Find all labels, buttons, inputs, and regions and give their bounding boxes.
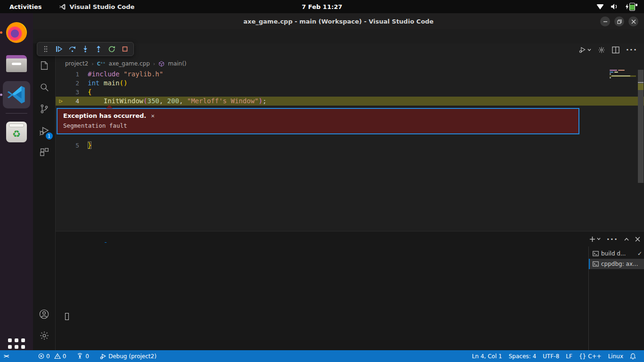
more-icon[interactable]: ··· — [607, 235, 618, 244]
errors-icon — [38, 353, 44, 359]
gnome-top-bar: Activities Visual Studio Code 7 Feb 11:2… — [0, 0, 644, 13]
focused-app-indicator[interactable]: Visual Studio Code — [59, 3, 135, 10]
minimap[interactable] — [610, 70, 636, 80]
panel-tab[interactable] — [118, 236, 120, 243]
activities-button[interactable]: Activities — [9, 3, 42, 10]
panel-tab[interactable] — [91, 236, 93, 243]
step-out-button[interactable] — [93, 43, 104, 55]
terminal-list-item[interactable]: cppdbg: ax... — [589, 259, 644, 269]
menu-item[interactable] — [95, 34, 104, 38]
menu-item[interactable] — [36, 34, 44, 38]
breadcrumb[interactable]: project2 › C⁺⁺ axe_game.cpp › main() — [56, 58, 644, 70]
new-terminal-icon[interactable] — [589, 236, 601, 242]
remote-indicator[interactable]: >< — [4, 353, 8, 359]
code-lines-top: 1 #include "raylib.h" 2 int main() 3 { — [56, 70, 644, 106]
panel-tabs — [65, 236, 120, 243]
maximize-panel-icon[interactable] — [624, 238, 629, 241]
code-line[interactable]: 2 int main() — [56, 79, 644, 88]
gutter-debug-arrow[interactable] — [56, 70, 66, 79]
notifications-bell[interactable] — [627, 353, 639, 360]
exception-pointer — [106, 105, 113, 108]
volume-icon[interactable] — [611, 3, 619, 10]
bell-icon — [630, 353, 636, 360]
braces-icon: {} — [579, 353, 586, 360]
code-text: { — [88, 88, 91, 97]
dock-trash[interactable]: ♻ — [3, 118, 30, 146]
step-over-button[interactable] — [66, 43, 78, 55]
search-icon[interactable] — [33, 76, 56, 98]
editor-actions: ··· — [578, 45, 637, 54]
restore-button[interactable] — [614, 16, 624, 26]
code-editor[interactable]: 1 #include "raylib.h" 2 int main() 3 { — [56, 70, 644, 231]
more-actions-icon[interactable]: ··· — [626, 45, 637, 54]
close-exception-icon[interactable]: × — [151, 112, 155, 119]
code-line[interactable]: 4 InitWindow(350, 200, "Merloff's Window… — [56, 97, 644, 106]
radio-tower-icon — [76, 353, 83, 359]
restart-button[interactable] — [106, 43, 117, 55]
editor-region: ··· project2 › C⁺⁺ axe_game.cpp › main()… — [56, 43, 644, 350]
panel-tab[interactable] — [105, 236, 107, 243]
breadcrumb-file[interactable]: axe_game.cpp — [109, 60, 150, 67]
ports-status[interactable]: 0 — [73, 353, 92, 360]
code-text: int main() — [88, 79, 127, 88]
wifi-icon[interactable] — [596, 4, 604, 9]
menu-item[interactable] — [44, 34, 53, 38]
gutter-debug-arrow[interactable] — [56, 88, 66, 97]
dock-firefox[interactable] — [3, 19, 30, 46]
launch-config-gear-icon[interactable] — [598, 46, 605, 54]
code-line[interactable]: 5 } — [56, 141, 644, 150]
bottom-panel: ··· — [56, 231, 644, 350]
titlebar[interactable]: axe_game.cpp - main (Workspace) - Visual… — [33, 13, 644, 29]
close-panel-icon[interactable] — [635, 237, 640, 242]
os-indicator[interactable]: Linux — [605, 353, 627, 360]
dock-vscode[interactable] — [3, 81, 30, 108]
editor-scrollbar[interactable] — [637, 70, 644, 231]
indentation[interactable]: Spaces: 4 — [505, 353, 539, 360]
minimize-button[interactable] — [600, 16, 610, 26]
cursor-position[interactable]: Ln 4, Col 1 — [469, 353, 505, 360]
breadcrumb-symbol[interactable]: main() — [168, 60, 186, 67]
gutter-debug-arrow[interactable] — [56, 97, 66, 106]
gutter-debug-arrow[interactable] — [56, 79, 66, 88]
menu-item[interactable] — [53, 34, 61, 38]
menubar — [33, 29, 644, 43]
explorer-icon[interactable] — [33, 55, 56, 76]
code-line[interactable]: 3 { — [56, 88, 644, 97]
debug-run-icon[interactable] — [578, 46, 591, 54]
drag-grip-icon[interactable] — [40, 43, 51, 55]
problems-status[interactable]: 0 0 — [35, 353, 69, 360]
plug-icon — [625, 4, 629, 9]
panel-tab[interactable] — [65, 236, 67, 243]
source-control-icon[interactable] — [33, 98, 56, 120]
menu-item[interactable] — [78, 34, 87, 38]
panel-actions: ··· — [589, 235, 640, 244]
encoding[interactable]: UTF-8 — [539, 353, 562, 360]
clock[interactable]: 7 Feb 11:27 — [302, 3, 342, 10]
menu-item[interactable] — [70, 34, 78, 38]
continue-button[interactable] — [53, 43, 65, 55]
eol-sequence[interactable]: LF — [562, 353, 576, 360]
account-icon[interactable] — [33, 303, 56, 325]
step-into-button[interactable] — [80, 43, 91, 55]
language-mode[interactable]: {} C++ — [576, 353, 605, 360]
debug-toolbar[interactable] — [37, 42, 134, 56]
code-line[interactable]: 1 #include "raylib.h" — [56, 70, 644, 79]
close-button[interactable] — [628, 16, 638, 26]
terminal-list-item[interactable]: build d... ✓ — [589, 248, 644, 259]
menu-item[interactable] — [61, 34, 70, 38]
settings-gear-icon[interactable] — [33, 325, 56, 346]
panel-tab[interactable] — [78, 236, 80, 243]
line-number: 4 — [66, 97, 79, 106]
run-debug-icon[interactable]: 1 — [33, 120, 56, 141]
split-editor-icon[interactable] — [612, 46, 619, 54]
line-number: 1 — [66, 70, 79, 79]
menu-item[interactable] — [87, 34, 95, 38]
extensions-icon[interactable] — [33, 141, 56, 163]
dock-files[interactable] — [3, 50, 30, 77]
stop-button[interactable] — [119, 43, 131, 55]
breadcrumb-folder[interactable]: project2 — [65, 60, 88, 67]
terminal-output[interactable] — [56, 247, 588, 350]
exception-message: Segmentation fault — [63, 122, 573, 129]
battery-charging-icon[interactable] — [625, 3, 637, 11]
debug-status[interactable]: Debug (project2) — [96, 353, 160, 360]
